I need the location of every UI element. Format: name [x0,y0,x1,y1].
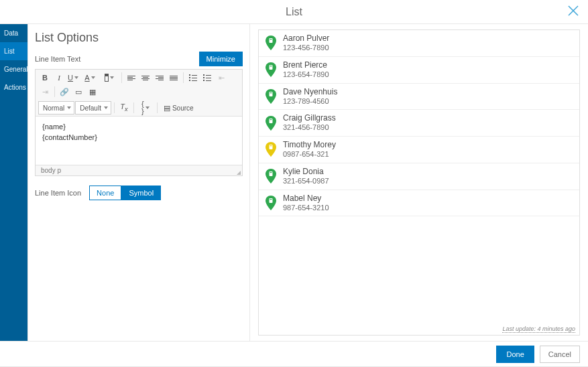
align-center-icon [141,76,150,80]
list-item-name: Mabel Ney [283,194,329,204]
icon-option-symbol[interactable]: Symbol [121,186,161,200]
outdent-button[interactable]: ⇤ [215,71,228,84]
list-item-phone: 0987-654-321 [283,150,336,159]
underline-button[interactable]: U [66,71,80,84]
list-item[interactable]: Timothy Morey 0987-654-321 [259,137,579,163]
bulleted-list-icon [203,74,211,81]
close-icon [567,4,580,17]
icon-segmented-control: None Symbol [89,186,161,200]
preview-list: Aaron Pulver 123-456-7890 Brent Pierce 1… [258,29,580,336]
text-color-button[interactable]: A [80,71,99,84]
align-center-button[interactable] [139,71,152,84]
source-icon: ▤ [164,104,170,112]
dialog-footer: Done Cancel [0,341,588,366]
cancel-button[interactable]: Cancel [540,346,580,363]
dialog-header: List [0,0,588,24]
field-insert-button[interactable]: { } [137,101,154,115]
list-item[interactable]: Aaron Pulver 123-456-7890 [259,30,579,57]
list-item[interactable]: Brent Pierce 123-654-7890 [259,57,579,84]
svg-rect-9 [270,119,272,120]
sidenav-item-actions[interactable]: Actions [0,78,27,96]
image-icon: ▭ [75,88,82,96]
line-item-icon-label: Line Item Icon [35,189,81,197]
editor-content[interactable]: {name} {contactNumber} [36,117,242,165]
align-justify-icon [170,76,178,80]
clear-format-button[interactable]: Tx [117,101,131,115]
close-button[interactable] [567,4,580,19]
svg-rect-13 [270,172,272,173]
field-insert-icon: { } [141,100,144,115]
list-item[interactable]: Mabel Ney 987-654-3210 [259,190,579,217]
preview-last-update: Last update: 4 minutes ago [259,323,579,335]
align-left-button[interactable] [125,71,138,84]
bulleted-list-button[interactable] [200,71,214,84]
list-item-name: Craig Gillgrass [283,113,336,123]
align-justify-button[interactable] [167,71,180,84]
list-item[interactable]: Dave Nyenhuis 123-789-4560 [259,84,579,111]
list-item-phone: 123-789-4560 [283,97,337,106]
table-icon: ▦ [89,88,96,96]
sidenav-item-general[interactable]: General [0,60,27,78]
sidenav-item-list[interactable]: List [0,42,27,60]
list-item-phone: 987-654-3210 [283,204,329,213]
svg-rect-11 [270,145,272,146]
list-item-phone: 321-456-7890 [283,123,336,133]
editor-element-path: body p [36,165,242,175]
dialog-title: List [286,6,302,18]
svg-rect-15 [270,199,272,200]
list-item[interactable]: Craig Gillgrass 321-456-7890 [259,110,579,137]
link-icon: 🔗 [60,88,69,96]
icon-option-none[interactable]: None [89,186,121,200]
config-panel: List Options Line Item Text Minimize B I… [27,24,250,341]
marker-icon [266,142,276,157]
list-item-phone: 123-654-7890 [283,70,329,80]
image-button[interactable]: ▭ [72,85,85,98]
marker-icon [266,35,276,50]
svg-rect-5 [270,66,272,66]
bg-color-icon [105,74,109,82]
resize-handle[interactable] [237,171,241,175]
panel-title: List Options [35,31,243,45]
italic-button[interactable]: I [52,71,66,84]
format-select[interactable]: Normal [38,101,74,115]
table-button[interactable]: ▦ [86,85,99,98]
list-item-phone: 321-654-0987 [283,177,329,186]
align-right-icon [156,76,164,80]
done-button[interactable]: Done [496,346,534,363]
clear-format-icon: Tx [120,103,127,113]
indent-button[interactable]: ⇥ [38,85,52,98]
list-item-name: Kylie Donia [283,167,329,177]
list-item-phone: 123-456-7890 [283,44,329,53]
underline-icon: U [68,74,73,82]
numbered-list-button[interactable] [186,71,200,84]
svg-rect-3 [270,39,272,40]
marker-icon [266,89,276,104]
bg-color-button[interactable] [100,71,119,84]
marker-icon [266,62,276,77]
link-button[interactable]: 🔗 [58,85,71,98]
editor-toolbar: B I U A ⇤ ⇥ [36,70,242,117]
list-item-name: Brent Pierce [283,60,329,70]
list-item[interactable]: Kylie Donia 321-654-0987 [259,163,579,190]
indent-icon: ⇥ [42,88,48,96]
bold-button[interactable]: B [38,71,52,84]
align-right-button[interactable] [153,71,166,84]
minimize-button[interactable]: Minimize [199,52,243,66]
bold-icon: B [42,74,48,82]
marker-icon [266,116,276,131]
marker-icon [266,169,276,184]
marker-icon [266,196,276,210]
line-item-text-label: Line Item Text [35,55,80,63]
list-item-name: Aaron Pulver [283,33,329,44]
italic-icon: I [58,74,60,82]
source-button[interactable]: ▤Source [160,101,197,115]
font-select[interactable]: Default [75,101,111,115]
sidenav-item-data[interactable]: Data [0,24,27,42]
preview-panel: Aaron Pulver 123-456-7890 Brent Pierce 1… [250,24,588,341]
list-item-name: Dave Nyenhuis [283,87,337,97]
svg-rect-7 [270,92,272,93]
outdent-icon: ⇤ [219,74,225,82]
align-left-icon [127,76,135,80]
side-nav: Data List General Actions [0,24,27,341]
rich-text-editor: B I U A ⇤ ⇥ [35,69,243,176]
